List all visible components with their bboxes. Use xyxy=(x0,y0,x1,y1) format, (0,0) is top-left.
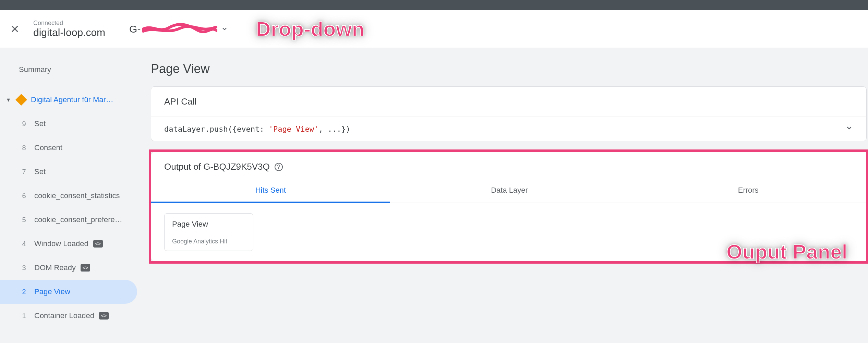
code-badge-icon: <> xyxy=(81,264,90,272)
sidebar-item-event[interactable]: 7 Set xyxy=(0,160,141,184)
tab-data-layer[interactable]: Data Layer xyxy=(390,179,629,203)
sidebar-item-event-active[interactable]: 2 Page View xyxy=(0,280,137,304)
sidebar-item-event[interactable]: 1 Container Loaded <> xyxy=(0,304,141,328)
tab-errors[interactable]: Errors xyxy=(629,179,868,203)
annotation-output-panel: Ouput Panel xyxy=(726,240,847,264)
sidebar-item-event[interactable]: 6 cookie_consent_statistics xyxy=(0,184,141,208)
gid-prefix: G- xyxy=(129,23,141,35)
api-call-body[interactable]: dataLayer.push({event: 'Page View', ...}… xyxy=(151,117,866,141)
connection-info: Connected digital-loop.com xyxy=(33,20,105,38)
hit-title: Page View xyxy=(165,214,253,233)
sidebar-item-label: Digital Agentur für Mar… xyxy=(31,95,113,104)
summary-heading[interactable]: Summary xyxy=(0,58,141,88)
code-badge-icon: <> xyxy=(99,312,109,320)
main-content: Page View API Call dataLayer.push({event… xyxy=(141,48,868,343)
annotation-dropdown: Drop-down xyxy=(256,17,364,41)
api-call-code: dataLayer.push({event: 'Page View', ...}… xyxy=(164,125,350,133)
sidebar-item-event[interactable]: 5 cookie_consent_prefere… xyxy=(0,208,141,232)
top-dark-bar xyxy=(0,0,868,10)
chevron-down-icon[interactable] xyxy=(845,124,853,134)
sidebar-item-event[interactable]: 4 Window Loaded <> xyxy=(0,232,141,256)
code-badge-icon: <> xyxy=(93,240,103,248)
chevron-down-icon xyxy=(221,23,228,35)
page-title: Page View xyxy=(151,62,868,76)
sidebar-item-event[interactable]: 8 Consent xyxy=(0,136,141,160)
help-icon[interactable]: ? xyxy=(275,163,283,171)
sidebar-item-event[interactable]: 9 Set xyxy=(0,112,141,136)
domain-name: digital-loop.com xyxy=(33,27,105,38)
sidebar: Summary ▾ Digital Agentur für Mar… 9 Set… xyxy=(0,48,141,343)
sidebar-item-event[interactable]: 3 DOM Ready <> xyxy=(0,256,141,280)
redacted-scribble xyxy=(142,23,217,35)
container-dropdown[interactable]: G- xyxy=(129,23,228,35)
hit-subtitle: Google Analytics Hit xyxy=(165,233,253,251)
api-call-heading: API Call xyxy=(151,87,866,117)
connected-label: Connected xyxy=(33,20,105,27)
sidebar-item-page[interactable]: ▾ Digital Agentur für Mar… xyxy=(0,88,141,112)
output-tabs: Hits Sent Data Layer Errors xyxy=(151,179,868,203)
tab-hits-sent[interactable]: Hits Sent xyxy=(151,179,390,203)
header-bar: ✕ Connected digital-loop.com G- Drop-dow… xyxy=(0,10,868,48)
hit-chip[interactable]: Page View Google Analytics Hit xyxy=(164,213,253,251)
diamond-icon xyxy=(15,94,27,106)
output-heading: Output of G-BQJZ9K5V3Q ? xyxy=(151,152,868,179)
close-icon[interactable]: ✕ xyxy=(10,23,20,36)
api-call-card: API Call dataLayer.push({event: 'Page Vi… xyxy=(151,86,867,141)
